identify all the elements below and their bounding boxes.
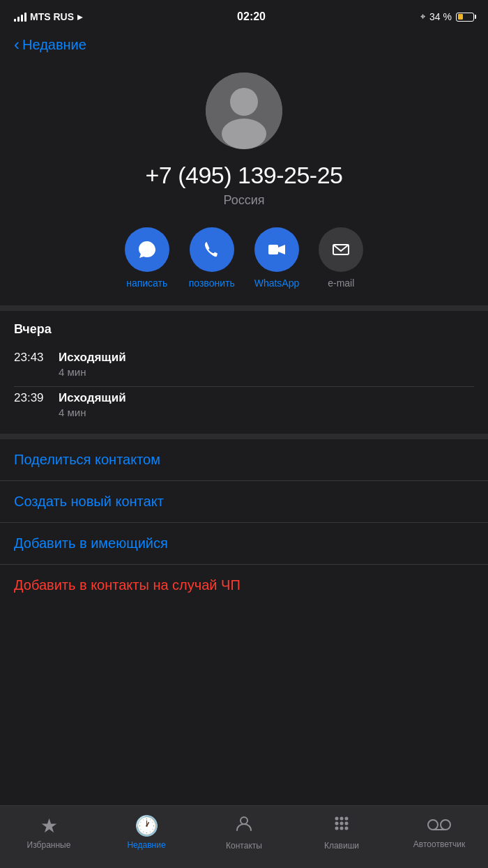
add-to-existing-item[interactable]: Добавить в имеющийся (0, 523, 488, 565)
call-time-1: 23:43 (14, 351, 50, 365)
country-label: Россия (223, 193, 264, 208)
tab-contacts[interactable]: Контакты (216, 814, 272, 851)
menu-section: Поделиться контактом Создать новый конта… (0, 439, 488, 606)
svg-rect-3 (268, 245, 278, 254)
email-action-button[interactable]: e-mail (319, 227, 363, 289)
phone-number: +7 (495) 139-25-25 (145, 162, 342, 189)
keypad-icon (332, 814, 351, 838)
share-contact-item[interactable]: Поделиться контактом (0, 439, 488, 481)
status-time: 02:20 (237, 10, 266, 23)
svg-point-2 (222, 119, 266, 149)
tab-keypad[interactable]: Клавиши (314, 814, 369, 851)
add-to-existing-label: Добавить в имеющийся (14, 535, 168, 551)
nav-bar: ‹ Недавние (0, 31, 488, 59)
contacts-tab-label: Контакты (226, 841, 262, 851)
recent-icon: 🕐 (135, 814, 159, 837)
whatsapp-label: WhatsApp (254, 277, 300, 289)
section-divider-2 (0, 434, 488, 439)
svg-point-12 (345, 822, 349, 825)
svg-marker-4 (278, 245, 285, 254)
share-contact-label: Поделиться контактом (14, 452, 160, 467)
email-circle (319, 227, 363, 272)
status-right: ⌖ 34 % (420, 11, 474, 22)
whatsapp-circle (254, 227, 299, 272)
call-time-2: 23:39 (14, 391, 50, 405)
section-divider-1 (0, 305, 488, 311)
status-bar: MTS RUS ▸ 02:20 ⌖ 34 % (0, 0, 488, 31)
carrier-label: MTS RUS (30, 11, 74, 22)
call-item-2: 23:39 Исходящий 4 мин (14, 387, 474, 427)
whatsapp-action-button[interactable]: WhatsApp (254, 227, 300, 289)
contact-section: +7 (495) 139-25-25 Россия написать позво… (0, 59, 488, 305)
svg-point-10 (335, 822, 339, 825)
location-icon: ⌖ (420, 11, 425, 22)
call-circle (190, 227, 234, 272)
back-label: Недавние (22, 37, 86, 53)
wifi-icon: ▸ (77, 11, 82, 22)
keypad-tab-label: Клавиши (324, 841, 359, 851)
svg-point-17 (441, 820, 450, 830)
call-type-2: Исходящий (59, 391, 126, 405)
message-label: написать (126, 277, 167, 289)
message-circle (125, 227, 169, 272)
svg-point-1 (230, 88, 258, 116)
tab-recent[interactable]: 🕐 Недавние (119, 814, 174, 850)
svg-point-14 (340, 827, 344, 830)
signal-bars (14, 12, 26, 22)
svg-point-16 (428, 820, 438, 830)
back-button[interactable]: ‹ Недавние (14, 36, 86, 53)
emergency-contact-item[interactable]: Добавить в контакты на случай ЧП (0, 565, 488, 606)
call-duration-1: 4 мин (59, 366, 474, 378)
tab-favorites[interactable]: ★ Избранные (21, 814, 77, 850)
svg-point-6 (241, 817, 247, 824)
recent-tab-label: Недавние (127, 840, 165, 850)
svg-point-13 (335, 827, 339, 830)
emergency-label: Добавить в контакты на случай ЧП (14, 577, 241, 593)
call-duration-2: 4 мин (59, 406, 474, 418)
battery-indicator (456, 13, 474, 22)
tab-voicemail[interactable]: Автоответчик (411, 815, 467, 849)
call-item-1: 23:43 Исходящий 4 мин (14, 347, 474, 386)
svg-point-11 (340, 822, 344, 825)
favorites-tab-label: Избранные (27, 840, 71, 850)
create-contact-label: Создать новый контакт (14, 494, 164, 509)
status-left: MTS RUS ▸ (14, 11, 82, 22)
svg-point-15 (345, 827, 349, 830)
action-buttons: написать позвонить WhatsApp (125, 227, 364, 289)
call-type-1: Исходящий (59, 351, 126, 365)
svg-point-9 (345, 817, 349, 821)
back-chevron-icon: ‹ (14, 36, 20, 53)
call-action-button[interactable]: позвонить (189, 227, 235, 289)
message-action-button[interactable]: написать (125, 227, 169, 289)
battery-percent: 34 % (429, 11, 452, 22)
call-label: позвонить (189, 277, 235, 289)
create-contact-item[interactable]: Создать новый контакт (0, 481, 488, 523)
email-label: e-mail (328, 277, 354, 289)
avatar (206, 73, 282, 149)
svg-point-7 (335, 817, 339, 821)
voicemail-icon (427, 815, 451, 837)
svg-point-8 (340, 817, 344, 821)
history-date-header: Вчера (14, 322, 474, 337)
contacts-icon (234, 814, 254, 838)
favorites-icon: ★ (40, 814, 58, 837)
call-history-section: Вчера 23:43 Исходящий 4 мин 23:39 Исходя… (0, 311, 488, 434)
tab-bar: ★ Избранные 🕐 Недавние Контакты (0, 805, 488, 868)
voicemail-tab-label: Автоответчик (413, 839, 465, 849)
